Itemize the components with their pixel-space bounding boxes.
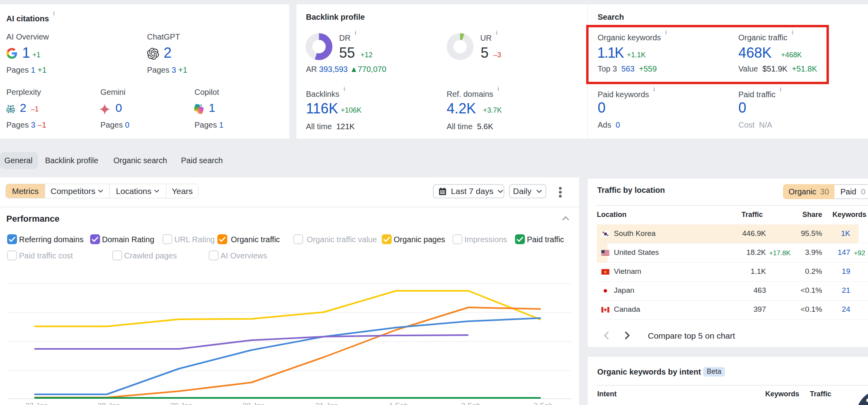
svg-text:1 Feb: 1 Feb bbox=[389, 401, 408, 405]
svg-text:31 Jan: 31 Jan bbox=[315, 401, 338, 405]
svg-text:3 Feb: 3 Feb bbox=[534, 401, 553, 405]
svg-text:27 Jan: 27 Jan bbox=[25, 401, 48, 405]
svg-text:28 Jan: 28 Jan bbox=[98, 401, 120, 405]
svg-text:29 Jan: 29 Jan bbox=[170, 401, 192, 405]
svg-text:2 Feb: 2 Feb bbox=[461, 401, 481, 405]
svg-text:30 Jan: 30 Jan bbox=[242, 401, 265, 405]
